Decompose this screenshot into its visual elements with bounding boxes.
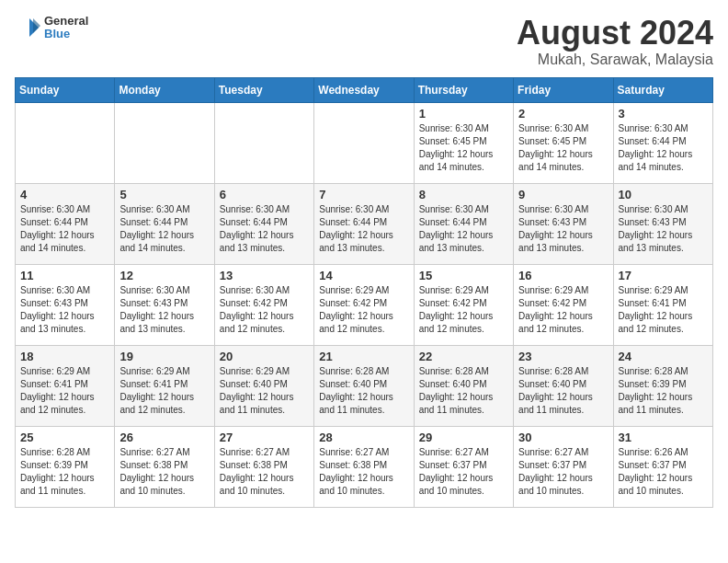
day-info: Sunrise: 6:28 AM Sunset: 6:39 PM Dayligh… (20, 446, 109, 498)
day-info: Sunrise: 6:29 AM Sunset: 6:42 PM Dayligh… (319, 284, 408, 336)
day-info: Sunrise: 6:30 AM Sunset: 6:45 PM Dayligh… (518, 122, 608, 174)
location-subtitle: Mukah, Sarawak, Malaysia (517, 52, 713, 68)
weekday-header-monday: Monday (115, 77, 214, 102)
calendar-cell: 9Sunrise: 6:30 AM Sunset: 6:43 PM Daylig… (514, 183, 613, 264)
logo-line1: General (44, 15, 88, 28)
day-info: Sunrise: 6:27 AM Sunset: 6:37 PM Dayligh… (419, 446, 508, 498)
day-info: Sunrise: 6:28 AM Sunset: 6:40 PM Dayligh… (419, 365, 508, 417)
day-info: Sunrise: 6:27 AM Sunset: 6:37 PM Dayligh… (518, 446, 608, 498)
day-number: 8 (419, 188, 508, 201)
weekday-header-tuesday: Tuesday (214, 77, 313, 102)
day-info: Sunrise: 6:27 AM Sunset: 6:38 PM Dayligh… (119, 446, 209, 498)
calendar-cell: 16Sunrise: 6:29 AM Sunset: 6:42 PM Dayli… (514, 264, 613, 345)
logo-icon (15, 15, 40, 40)
day-number: 29 (419, 431, 508, 444)
calendar-cell: 14Sunrise: 6:29 AM Sunset: 6:42 PM Dayli… (314, 264, 414, 345)
calendar-cell: 7Sunrise: 6:30 AM Sunset: 6:44 PM Daylig… (314, 183, 414, 264)
day-number: 22 (419, 350, 508, 363)
weekday-header-wednesday: Wednesday (314, 77, 414, 102)
calendar-cell: 30Sunrise: 6:27 AM Sunset: 6:37 PM Dayli… (514, 426, 613, 507)
day-info: Sunrise: 6:29 AM Sunset: 6:41 PM Dayligh… (119, 365, 209, 417)
day-number: 12 (119, 269, 209, 282)
day-number: 16 (518, 269, 608, 282)
day-info: Sunrise: 6:30 AM Sunset: 6:45 PM Dayligh… (419, 122, 508, 174)
day-info: Sunrise: 6:30 AM Sunset: 6:44 PM Dayligh… (319, 203, 408, 255)
page-header: General Blue August 2024 Mukah, Sarawak,… (15, 15, 713, 68)
calendar-cell: 5Sunrise: 6:30 AM Sunset: 6:44 PM Daylig… (115, 183, 214, 264)
day-info: Sunrise: 6:29 AM Sunset: 6:41 PM Dayligh… (20, 365, 109, 417)
calendar-cell: 18Sunrise: 6:29 AM Sunset: 6:41 PM Dayli… (16, 345, 115, 426)
day-info: Sunrise: 6:30 AM Sunset: 6:44 PM Dayligh… (419, 203, 508, 255)
day-number: 25 (20, 431, 109, 444)
day-number: 4 (20, 188, 109, 201)
day-info: Sunrise: 6:30 AM Sunset: 6:43 PM Dayligh… (20, 284, 109, 336)
calendar-cell: 20Sunrise: 6:29 AM Sunset: 6:40 PM Dayli… (214, 345, 313, 426)
calendar-cell: 19Sunrise: 6:29 AM Sunset: 6:41 PM Dayli… (115, 345, 214, 426)
day-number: 30 (518, 431, 608, 444)
calendar-cell: 11Sunrise: 6:30 AM Sunset: 6:43 PM Dayli… (16, 264, 115, 345)
day-info: Sunrise: 6:30 AM Sunset: 6:44 PM Dayligh… (20, 203, 109, 255)
weekday-header-sunday: Sunday (16, 77, 115, 102)
calendar-cell: 3Sunrise: 6:30 AM Sunset: 6:44 PM Daylig… (613, 102, 712, 183)
day-number: 14 (319, 269, 408, 282)
day-number: 18 (20, 350, 109, 363)
weekday-header-saturday: Saturday (613, 77, 712, 102)
day-info: Sunrise: 6:29 AM Sunset: 6:41 PM Dayligh… (619, 284, 708, 336)
calendar-cell: 8Sunrise: 6:30 AM Sunset: 6:44 PM Daylig… (414, 183, 513, 264)
day-info: Sunrise: 6:29 AM Sunset: 6:42 PM Dayligh… (419, 284, 508, 336)
day-info: Sunrise: 6:30 AM Sunset: 6:43 PM Dayligh… (619, 203, 708, 255)
weekday-header-row: SundayMondayTuesdayWednesdayThursdayFrid… (16, 77, 713, 102)
calendar-cell: 22Sunrise: 6:28 AM Sunset: 6:40 PM Dayli… (414, 345, 513, 426)
calendar-cell: 28Sunrise: 6:27 AM Sunset: 6:38 PM Dayli… (314, 426, 414, 507)
day-number: 11 (20, 269, 109, 282)
day-number: 7 (319, 188, 408, 201)
day-info: Sunrise: 6:30 AM Sunset: 6:42 PM Dayligh… (220, 284, 309, 336)
day-info: Sunrise: 6:27 AM Sunset: 6:38 PM Dayligh… (319, 446, 408, 498)
logo-line2: Blue (44, 28, 88, 40)
calendar-cell: 17Sunrise: 6:29 AM Sunset: 6:41 PM Dayli… (613, 264, 712, 345)
calendar-cell: 4Sunrise: 6:30 AM Sunset: 6:44 PM Daylig… (16, 183, 115, 264)
calendar-cell: 10Sunrise: 6:30 AM Sunset: 6:43 PM Dayli… (613, 183, 712, 264)
day-number: 19 (119, 350, 209, 363)
day-number: 24 (619, 350, 708, 363)
day-number: 13 (220, 269, 309, 282)
day-info: Sunrise: 6:28 AM Sunset: 6:40 PM Dayligh… (518, 365, 608, 417)
calendar-week-2: 4Sunrise: 6:30 AM Sunset: 6:44 PM Daylig… (16, 183, 713, 264)
calendar-cell (214, 102, 313, 183)
calendar-cell: 12Sunrise: 6:30 AM Sunset: 6:43 PM Dayli… (115, 264, 214, 345)
day-number: 10 (619, 188, 708, 201)
calendar-cell: 1Sunrise: 6:30 AM Sunset: 6:45 PM Daylig… (414, 102, 513, 183)
calendar-cell (115, 102, 214, 183)
calendar-week-3: 11Sunrise: 6:30 AM Sunset: 6:43 PM Dayli… (16, 264, 713, 345)
day-info: Sunrise: 6:27 AM Sunset: 6:38 PM Dayligh… (220, 446, 309, 498)
day-number: 21 (319, 350, 408, 363)
calendar-cell (314, 102, 414, 183)
day-number: 3 (619, 107, 708, 121)
day-info: Sunrise: 6:30 AM Sunset: 6:44 PM Dayligh… (119, 203, 209, 255)
day-number: 6 (220, 188, 309, 201)
day-info: Sunrise: 6:28 AM Sunset: 6:39 PM Dayligh… (619, 365, 708, 417)
calendar-cell: 26Sunrise: 6:27 AM Sunset: 6:38 PM Dayli… (115, 426, 214, 507)
day-info: Sunrise: 6:26 AM Sunset: 6:37 PM Dayligh… (619, 446, 708, 498)
day-number: 26 (119, 431, 209, 444)
calendar-cell: 25Sunrise: 6:28 AM Sunset: 6:39 PM Dayli… (16, 426, 115, 507)
day-number: 9 (518, 188, 608, 201)
day-number: 28 (319, 431, 408, 444)
day-number: 5 (119, 188, 209, 201)
calendar-cell: 15Sunrise: 6:29 AM Sunset: 6:42 PM Dayli… (414, 264, 513, 345)
calendar-week-4: 18Sunrise: 6:29 AM Sunset: 6:41 PM Dayli… (16, 345, 713, 426)
day-info: Sunrise: 6:30 AM Sunset: 6:44 PM Dayligh… (619, 122, 708, 174)
day-number: 20 (220, 350, 309, 363)
calendar-header: SundayMondayTuesdayWednesdayThursdayFrid… (16, 77, 713, 102)
logo: General Blue (15, 15, 88, 41)
svg-marker-1 (33, 18, 40, 33)
day-number: 2 (518, 107, 608, 121)
day-info: Sunrise: 6:30 AM Sunset: 6:44 PM Dayligh… (220, 203, 309, 255)
calendar-body: 1Sunrise: 6:30 AM Sunset: 6:45 PM Daylig… (16, 102, 713, 507)
calendar-cell: 6Sunrise: 6:30 AM Sunset: 6:44 PM Daylig… (214, 183, 313, 264)
day-info: Sunrise: 6:29 AM Sunset: 6:42 PM Dayligh… (518, 284, 608, 336)
calendar-cell: 2Sunrise: 6:30 AM Sunset: 6:45 PM Daylig… (514, 102, 613, 183)
weekday-header-friday: Friday (514, 77, 613, 102)
day-number: 15 (419, 269, 508, 282)
day-number: 23 (518, 350, 608, 363)
